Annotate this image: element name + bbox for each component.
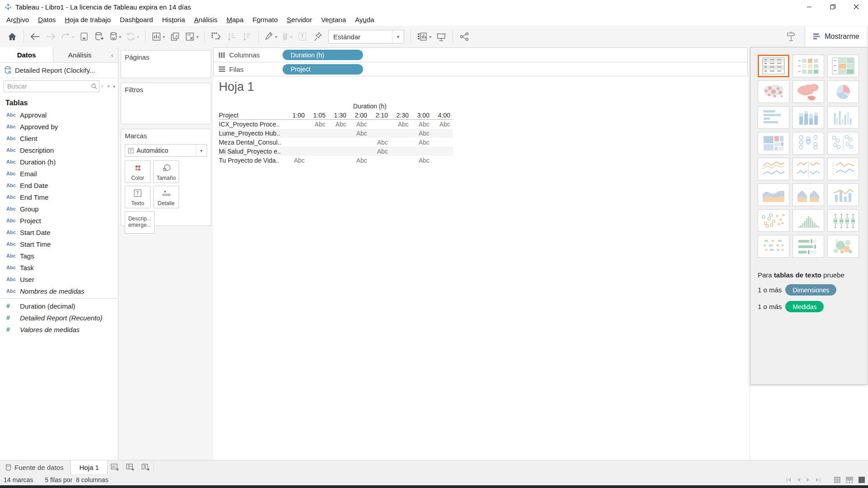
- field-approval[interactable]: AbcApproval: [0, 109, 118, 121]
- replay-dropdown-caret[interactable]: ▾: [72, 34, 74, 39]
- mark-type-dropdown[interactable]: Automático ▾: [125, 144, 207, 157]
- next-sheet-icon[interactable]: [806, 477, 810, 483]
- showme-tile-grafico-circular[interactable]: [827, 80, 859, 103]
- search-box[interactable]: [4, 80, 99, 92]
- pill-duration-h[interactable]: Duration (h): [283, 50, 363, 60]
- field-start-time[interactable]: AbcStart Time: [0, 238, 118, 250]
- showme-tile-burbujas-empaquetadas[interactable]: [827, 235, 859, 258]
- mark-cell[interactable]: Abc: [432, 121, 453, 128]
- field-end-time[interactable]: AbcEnd Time: [0, 191, 118, 203]
- clear-sheet-button[interactable]: ▾: [183, 28, 201, 45]
- show-hide-cards-caret[interactable]: ▾: [429, 34, 431, 39]
- new-worksheet-tab-button[interactable]: [108, 460, 123, 474]
- auto-update-caret[interactable]: ▾: [137, 34, 139, 39]
- menu-hoja-de-trabajo[interactable]: Hoja de trabajo: [60, 14, 115, 25]
- column-header-1-05[interactable]: 1:05: [307, 112, 328, 119]
- column-header-1-30[interactable]: 1:30: [328, 112, 349, 119]
- mark-cell[interactable]: Abc: [370, 148, 391, 155]
- showme-tile-vistas-de-circulo[interactable]: [793, 132, 824, 155]
- mark-cell[interactable]: Abc: [349, 130, 370, 137]
- showme-tile-diagrama-de-cajas[interactable]: [827, 209, 859, 232]
- field-task[interactable]: AbcTask: [0, 262, 118, 273]
- normal-view-icon[interactable]: [858, 476, 865, 483]
- showme-tile-barras-apiladas[interactable]: [793, 106, 824, 129]
- group-members-button[interactable]: ▾: [279, 28, 295, 45]
- share-button[interactable]: [457, 28, 472, 45]
- sheet-sorter-view-icon[interactable]: [834, 476, 841, 483]
- text-button[interactable]: Texto: [125, 186, 151, 208]
- showme-tile-tabla-resaltada[interactable]: [793, 55, 824, 77]
- mark-cell[interactable]: Abc: [411, 157, 432, 164]
- column-header-2-00[interactable]: 2:00: [349, 112, 370, 119]
- filter-fields-icon[interactable]: [101, 83, 104, 90]
- column-header-1-00[interactable]: 1:00: [287, 112, 307, 119]
- show-hide-cards-button[interactable]: ▾: [415, 28, 434, 45]
- presentation-mode-button[interactable]: [434, 28, 449, 45]
- pill-project[interactable]: Project: [283, 64, 363, 75]
- mark-cell[interactable]: Abc: [391, 121, 411, 128]
- group-members-caret[interactable]: ▾: [290, 34, 292, 39]
- menu-datos[interactable]: Datos: [33, 14, 60, 25]
- showme-tile-gantt[interactable]: [758, 235, 789, 258]
- showme-tile-tabla-de-texto[interactable]: [758, 55, 789, 77]
- menu-servidor[interactable]: Servidor: [282, 14, 316, 25]
- field-tags[interactable]: AbcTags: [0, 250, 118, 262]
- showme-tile-lineas-continuas[interactable]: [758, 158, 789, 180]
- mark-cell[interactable]: Abc: [307, 121, 328, 128]
- row-label[interactable]: ICX_Proyecto Proce..: [219, 121, 287, 128]
- menu-historia[interactable]: Historia: [157, 14, 189, 25]
- text-table[interactable]: Duration (h)Project1:001:051:302:002:102…: [219, 102, 453, 165]
- datasource-item[interactable]: Detailed Report (Clockify...: [0, 63, 118, 78]
- collapse-panel-button[interactable]: ‹: [106, 47, 118, 62]
- column-header-3-00[interactable]: 3:00: [411, 112, 432, 119]
- new-datasource-button[interactable]: [92, 28, 107, 45]
- search-input[interactable]: [4, 83, 89, 90]
- field-duration-decimal[interactable]: #Duration (decimal): [0, 300, 118, 312]
- showme-tile-mapa-relleno[interactable]: [793, 80, 824, 103]
- mark-type-caret[interactable]: ▾: [196, 145, 207, 156]
- showme-tile-barras-horizontales[interactable]: [758, 106, 789, 129]
- tab-datos[interactable]: Datos: [0, 47, 53, 62]
- home-button[interactable]: [5, 28, 20, 45]
- column-header-2-10[interactable]: 2:10: [370, 112, 391, 119]
- row-label[interactable]: Mi Salud_Proyecto e..: [219, 148, 287, 155]
- redo-button[interactable]: [43, 28, 58, 45]
- sort-ascending-button[interactable]: [224, 28, 239, 45]
- column-header-2-30[interactable]: 2:30: [391, 112, 411, 119]
- field-email[interactable]: AbcEmail: [0, 168, 118, 179]
- signpost-icon[interactable]: [785, 30, 797, 42]
- clear-sheet-caret[interactable]: ▾: [196, 34, 198, 39]
- pages-shelf[interactable]: Páginas: [121, 50, 211, 78]
- showme-tile-circulos-lado-a-lado[interactable]: [827, 132, 859, 155]
- datasource-tab[interactable]: Fuente de datos: [0, 460, 71, 474]
- row-label[interactable]: Meza Dental_Consul..: [219, 139, 287, 146]
- tab-analisis[interactable]: Análisis: [53, 47, 106, 62]
- field-detailed-report-recuento[interactable]: #Detailed Report (Recuento): [0, 312, 118, 324]
- new-story-tab-button[interactable]: [138, 460, 154, 474]
- swap-axes-button[interactable]: [208, 28, 224, 45]
- replay-button[interactable]: ▾: [58, 28, 76, 45]
- fit-selector[interactable]: Estándar ▾: [328, 30, 404, 43]
- showme-tile-histograma[interactable]: [793, 209, 824, 232]
- refresh-datasource-caret[interactable]: ▾: [119, 34, 121, 39]
- filmstrip-view-icon[interactable]: [845, 476, 854, 483]
- highlight-button[interactable]: ▾: [262, 28, 279, 45]
- sort-descending-button[interactable]: [239, 28, 255, 45]
- menu-formato[interactable]: Formato: [248, 14, 282, 25]
- field-client[interactable]: AbcClient: [0, 132, 118, 144]
- mark-cell[interactable]: Abc: [349, 121, 370, 128]
- minimize-button[interactable]: [797, 0, 821, 14]
- field-nombres-de-medidas[interactable]: AbcNombres de medidas: [0, 285, 118, 297]
- column-header-4-00[interactable]: 4:00: [432, 112, 453, 119]
- field-project[interactable]: AbcProject: [0, 215, 118, 226]
- showme-tile-areas-continuas[interactable]: [758, 183, 789, 206]
- color-button[interactable]: Color: [125, 160, 151, 183]
- columns-shelf[interactable]: Columnas Duration (h): [213, 47, 748, 62]
- field-start-date[interactable]: AbcStart Date: [0, 226, 118, 238]
- mark-cell[interactable]: Abc: [328, 121, 349, 128]
- save-button[interactable]: [76, 28, 92, 45]
- menu-ventana[interactable]: Ventana: [316, 14, 350, 25]
- field-duration-h[interactable]: AbcDuration (h): [0, 156, 118, 168]
- field-approved-by[interactable]: AbcApproved by: [0, 121, 118, 132]
- undo-button[interactable]: [28, 28, 43, 45]
